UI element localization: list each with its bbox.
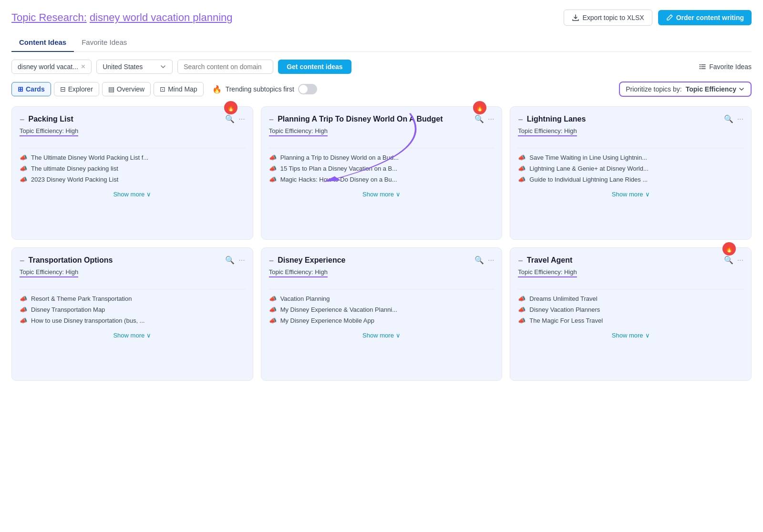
fire-icon: 🔥 bbox=[212, 85, 222, 94]
page-title: Topic Research: disney world vacation pl… bbox=[11, 11, 233, 24]
view-bar: ⊞ Cards ⊟ Explorer ▤ Overview ⊡ Mind Map… bbox=[11, 82, 752, 97]
list-icon bbox=[699, 63, 706, 71]
card-travel-agent: 🔥 − Travel Agent 🔍 ··· Topic Efficiency:… bbox=[510, 247, 752, 381]
collapse-icon[interactable]: − bbox=[20, 115, 25, 125]
clear-search-icon[interactable]: × bbox=[81, 63, 85, 71]
header-buttons: Export topic to XLSX Order content writi… bbox=[564, 10, 752, 26]
search-card-icon[interactable]: 🔍 bbox=[474, 114, 484, 123]
more-options-icon[interactable]: ··· bbox=[737, 115, 743, 123]
country-dropdown[interactable]: United States bbox=[96, 60, 173, 74]
favorite-ideas-button[interactable]: Favorite Ideas bbox=[699, 63, 752, 71]
list-item: 📣 My Disney Experience & Vacation Planni… bbox=[269, 306, 495, 313]
chevron-down-icon: ∨ bbox=[146, 191, 151, 198]
more-options-icon[interactable]: ··· bbox=[488, 115, 494, 123]
toolbar: disney world vacat... × United States Ge… bbox=[11, 60, 752, 74]
mindmap-view-button[interactable]: ⊡ Mind Map bbox=[154, 82, 203, 96]
card-planning-trip: 🔥 − Planning A Trip To Disney World On A… bbox=[261, 106, 503, 240]
more-options-icon[interactable]: ··· bbox=[238, 256, 245, 265]
collapse-icon[interactable]: − bbox=[269, 115, 274, 125]
more-options-icon[interactable]: ··· bbox=[238, 115, 245, 123]
list-item: 📣 The Magic For Less Travel bbox=[518, 317, 743, 324]
overview-icon: ▤ bbox=[108, 85, 114, 93]
hot-badge: 🔥 bbox=[722, 242, 736, 256]
chevron-down-icon: ∨ bbox=[645, 332, 650, 339]
show-more-button[interactable]: Show more ∨ bbox=[269, 332, 495, 339]
prioritize-section: Prioritize topics by: Topic Efficiency bbox=[619, 82, 752, 97]
show-more-button[interactable]: Show more ∨ bbox=[518, 332, 743, 339]
trending-toggle[interactable] bbox=[298, 84, 317, 94]
list-item: 📣 Disney Transportation Map bbox=[20, 306, 245, 313]
collapse-icon[interactable]: − bbox=[20, 256, 25, 266]
export-button[interactable]: Export topic to XLSX bbox=[564, 10, 652, 26]
list-item: 📣 Save Time Waiting in Line Using Lightn… bbox=[518, 154, 743, 161]
hot-badge: 🔥 bbox=[473, 101, 486, 114]
tab-favorite-ideas[interactable]: Favorite Ideas bbox=[74, 33, 134, 52]
get-content-ideas-button[interactable]: Get content ideas bbox=[278, 60, 351, 74]
chevron-down-icon bbox=[160, 63, 166, 70]
cards-icon: ⊞ bbox=[18, 85, 23, 93]
megaphone-icon: 📣 bbox=[518, 306, 526, 313]
edit-icon bbox=[666, 14, 673, 21]
list-item: 📣 The ultimate Disney packing list bbox=[20, 165, 245, 172]
cards-view-button[interactable]: ⊞ Cards bbox=[11, 82, 51, 96]
collapse-icon[interactable]: − bbox=[269, 256, 274, 266]
prioritize-dropdown[interactable]: Topic Efficiency bbox=[686, 85, 745, 93]
megaphone-icon: 📣 bbox=[20, 295, 27, 302]
main-tabs: Content Ideas Favorite Ideas bbox=[11, 33, 752, 52]
megaphone-icon: 📣 bbox=[518, 317, 526, 324]
list-item: 📣 Lightning Lane & Genie+ at Disney Worl… bbox=[518, 165, 743, 172]
search-card-icon[interactable]: 🔍 bbox=[724, 114, 733, 123]
more-options-icon[interactable]: ··· bbox=[488, 256, 494, 265]
show-more-button[interactable]: Show more ∨ bbox=[20, 191, 245, 198]
megaphone-icon: 📣 bbox=[518, 154, 526, 161]
card-lightning-lanes: − Lightning Lanes 🔍 ··· Topic Efficiency… bbox=[510, 106, 752, 240]
show-more-button[interactable]: Show more ∨ bbox=[20, 332, 245, 339]
overview-view-button[interactable]: ▤ Overview bbox=[102, 82, 151, 96]
megaphone-icon: 📣 bbox=[269, 306, 277, 313]
show-more-button[interactable]: Show more ∨ bbox=[269, 191, 495, 198]
list-item: 📣 Vacation Planning bbox=[269, 295, 495, 302]
search-card-icon[interactable]: 🔍 bbox=[225, 114, 235, 123]
search-card-icon[interactable]: 🔍 bbox=[724, 256, 733, 265]
megaphone-icon: 📣 bbox=[20, 165, 27, 172]
megaphone-icon: 📣 bbox=[269, 176, 277, 183]
export-icon bbox=[572, 14, 579, 21]
list-item: 📣 Guide to Individual Lightning Lane Rid… bbox=[518, 176, 743, 183]
megaphone-icon: 📣 bbox=[20, 306, 27, 313]
megaphone-icon: 📣 bbox=[20, 154, 27, 161]
cards-grid: 🔥 − Packing List 🔍 ··· Topic Efficiency:… bbox=[11, 106, 752, 381]
domain-search-input[interactable] bbox=[177, 60, 273, 74]
list-item: 📣 Magic Hacks: How to Do Disney on a Bu.… bbox=[269, 176, 495, 183]
chevron-down-icon: ∨ bbox=[645, 191, 650, 198]
list-item: 📣 How to use Disney transportation (bus,… bbox=[20, 317, 245, 324]
tab-content-ideas[interactable]: Content Ideas bbox=[11, 33, 74, 52]
list-item: 📣 Planning a Trip to Disney World on a B… bbox=[269, 154, 495, 161]
explorer-view-button[interactable]: ⊟ Explorer bbox=[54, 82, 99, 96]
hot-badge: 🔥 bbox=[224, 101, 237, 114]
search-card-icon[interactable]: 🔍 bbox=[474, 256, 484, 265]
chevron-down-icon: ∨ bbox=[396, 332, 401, 339]
chevron-down-icon: ∨ bbox=[146, 332, 151, 339]
collapse-icon[interactable]: − bbox=[518, 256, 523, 266]
collapse-icon[interactable]: − bbox=[518, 115, 523, 125]
chevron-down-icon: ∨ bbox=[396, 191, 401, 198]
trending-section: 🔥 Trending subtopics first bbox=[212, 84, 317, 94]
megaphone-icon: 📣 bbox=[269, 165, 277, 172]
list-item: 📣 The Ultimate Disney World Packing List… bbox=[20, 154, 245, 161]
card-transportation: − Transportation Options 🔍 ··· Topic Eff… bbox=[11, 247, 253, 381]
megaphone-icon: 📣 bbox=[518, 165, 526, 172]
more-options-icon[interactable]: ··· bbox=[737, 256, 743, 265]
megaphone-icon: 📣 bbox=[20, 176, 27, 183]
mindmap-icon: ⊡ bbox=[160, 85, 165, 93]
order-content-button[interactable]: Order content writing bbox=[658, 10, 752, 25]
megaphone-icon: 📣 bbox=[269, 154, 277, 161]
list-item: 📣 Dreams Unlimited Travel bbox=[518, 295, 743, 302]
megaphone-icon: 📣 bbox=[20, 317, 27, 324]
explorer-icon: ⊟ bbox=[60, 85, 66, 93]
card-disney-experience: − Disney Experience 🔍 ··· Topic Efficien… bbox=[261, 247, 503, 381]
search-card-icon[interactable]: 🔍 bbox=[225, 256, 235, 265]
list-item: 📣 15 Tips to Plan a Disney Vacation on a… bbox=[269, 165, 495, 172]
card-packing-list: 🔥 − Packing List 🔍 ··· Topic Efficiency:… bbox=[11, 106, 253, 240]
search-chip: disney world vacat... × bbox=[11, 60, 92, 74]
show-more-button[interactable]: Show more ∨ bbox=[518, 191, 743, 198]
